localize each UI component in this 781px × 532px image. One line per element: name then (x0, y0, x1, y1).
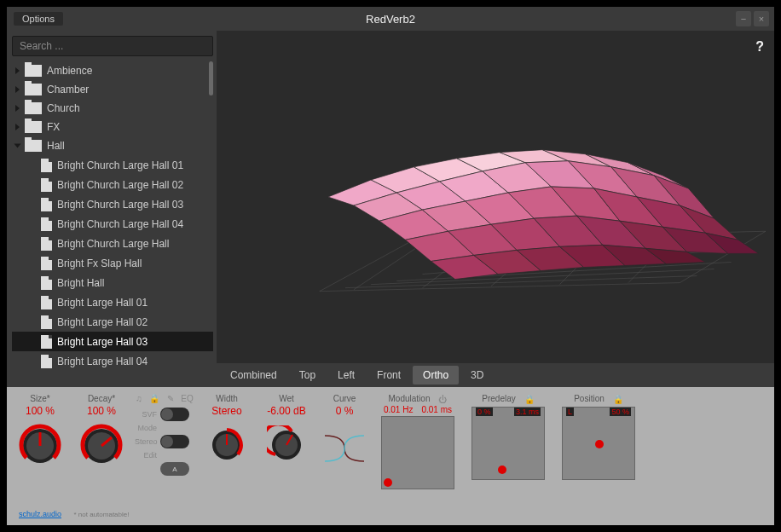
lock-icon[interactable]: 🔒 (149, 394, 159, 403)
folder-church[interactable]: Church (12, 99, 213, 118)
svf-label: SVF (135, 410, 157, 419)
minimize-button[interactable]: − (736, 11, 751, 26)
folder-label: FX (47, 121, 60, 133)
decay-knob[interactable] (78, 422, 125, 470)
position-xy[interactable]: L50 % (562, 407, 635, 480)
tab-ortho[interactable]: Ortho (413, 366, 459, 385)
preset-label: Bright Large Hall 03 (57, 336, 148, 348)
file-icon (41, 198, 52, 211)
preset-label: Bright Fx Slap Hall (57, 257, 142, 269)
predelay-lock-icon[interactable]: 🔒 (524, 395, 535, 404)
preset-item[interactable]: Bright Large Hall 02 (12, 312, 213, 332)
preset-item[interactable]: Bright Church Large Hall 03 (12, 194, 213, 214)
preset-item[interactable]: Bright Large Hall 04 (12, 351, 213, 371)
file-icon (41, 315, 52, 329)
search-input[interactable]: Search ... (12, 36, 213, 56)
mod-ms: 0.01 ms (421, 405, 452, 414)
width-label: Width (216, 394, 238, 403)
headphone-icon[interactable]: ♫ (136, 394, 142, 403)
folder-icon (25, 84, 42, 95)
decay-label: Decay* (88, 394, 115, 403)
preset-item[interactable]: Bright Fx Slap Hall (12, 253, 213, 273)
file-icon (41, 217, 52, 231)
view-tabs: CombinedTopLeftFrontOrtho3D (217, 363, 774, 387)
options-button[interactable]: Options (14, 12, 63, 26)
stereo-label: Stereo (135, 437, 157, 446)
width-knob[interactable] (207, 425, 246, 465)
position-right: 50 % (610, 408, 631, 416)
stereo-toggle[interactable] (160, 435, 189, 448)
titlebar: Options RedVerb2 − × (7, 7, 774, 31)
wet-value: -6.00 dB (267, 405, 305, 417)
expand-icon (15, 124, 20, 130)
window-title: RedVerb2 (366, 13, 415, 26)
folder-hall[interactable]: Hall (12, 136, 213, 155)
predelay-xy[interactable]: 0 %3.1 ms (471, 407, 545, 480)
folder-icon (25, 121, 42, 133)
modulation-xy[interactable] (381, 416, 454, 489)
expand-icon (15, 105, 20, 112)
preset-item[interactable]: Bright Hall (12, 273, 213, 292)
curve-value: 0 % (336, 405, 354, 417)
width-value: Stereo (211, 405, 241, 417)
preset-label: Bright Church Large Hall 03 (57, 199, 183, 211)
3d-visualization[interactable] (217, 31, 774, 363)
preset-item[interactable]: Bright Church Large Hall (12, 234, 213, 253)
size-label: Size* (30, 394, 49, 403)
preset-label: Bright Church Large Hall (57, 238, 169, 250)
preset-label: Bright Large Hall 01 (57, 297, 148, 309)
power-icon[interactable]: ⏻ (438, 395, 447, 404)
modulation-label: Modulation (389, 394, 431, 403)
expand-icon (14, 144, 21, 148)
tab-top[interactable]: Top (289, 366, 326, 385)
vendor-link[interactable]: schulz.audio (19, 510, 61, 518)
mod-hz: 0.01 Hz (384, 405, 413, 414)
size-knob[interactable] (16, 422, 64, 470)
folder-fx[interactable]: FX (12, 118, 213, 136)
position-left: L (566, 408, 574, 416)
tab-left[interactable]: Left (327, 366, 365, 385)
curve-label: Curve (333, 394, 356, 403)
controls-panel: Size* 100 % schulz.audio Decay* 100 % * … (7, 387, 774, 525)
file-icon (41, 276, 52, 290)
predelay-label: Predelay (482, 394, 515, 403)
preset-label: Bright Church Large Hall 04 (57, 218, 183, 230)
preset-label: Bright Church Large Hall 01 (57, 159, 183, 171)
preset-item[interactable]: Bright Church Large Hall 02 (12, 175, 213, 194)
folder-label: Chamber (47, 84, 89, 95)
file-icon (41, 335, 52, 349)
folder-ambience[interactable]: Ambience (12, 61, 213, 80)
wet-label: Wet (279, 394, 294, 403)
help-button[interactable]: ? (755, 39, 764, 55)
curve-display[interactable] (321, 427, 367, 470)
preset-label: Bright Church Large Hall 02 (57, 179, 183, 191)
size-value: 100 % (26, 405, 55, 417)
automate-note: * not automatable! (74, 511, 130, 518)
folder-chamber[interactable]: Chamber (12, 80, 213, 99)
tab-front[interactable]: Front (367, 366, 411, 385)
pencil-icon[interactable]: ✎ (167, 394, 174, 403)
preset-tree: AmbienceChamberChurchFXHall Bright Churc… (12, 61, 213, 387)
preset-item[interactable]: Bright Church Large Hall 01 (12, 155, 213, 175)
tab-combined[interactable]: Combined (220, 366, 287, 385)
tab-3d[interactable]: 3D (460, 366, 494, 385)
edit-a-button[interactable]: A (160, 462, 189, 476)
preset-label: Bright Large Hall 04 (57, 356, 148, 367)
folder-icon (25, 102, 42, 114)
folder-label: Church (47, 102, 80, 114)
preset-item[interactable]: Bright Large Hall 01 (12, 292, 213, 312)
folder-icon (25, 65, 42, 77)
preset-item[interactable]: Bright Large Hall 03 (12, 332, 213, 351)
file-icon (41, 178, 52, 192)
position-lock-icon[interactable]: 🔒 (613, 395, 623, 404)
predelay-left: 0 % (476, 408, 493, 416)
scrollbar[interactable] (209, 61, 213, 95)
file-icon (41, 237, 52, 251)
svf-toggle[interactable] (160, 408, 189, 421)
preset-item[interactable]: Bright Church Large Hall 04 (12, 214, 213, 234)
folder-label: Ambience (47, 65, 92, 77)
preset-label: Bright Hall (57, 277, 104, 289)
wet-knob[interactable] (267, 425, 306, 465)
predelay-right: 3.1 ms (514, 408, 541, 416)
close-button[interactable]: × (754, 11, 769, 26)
